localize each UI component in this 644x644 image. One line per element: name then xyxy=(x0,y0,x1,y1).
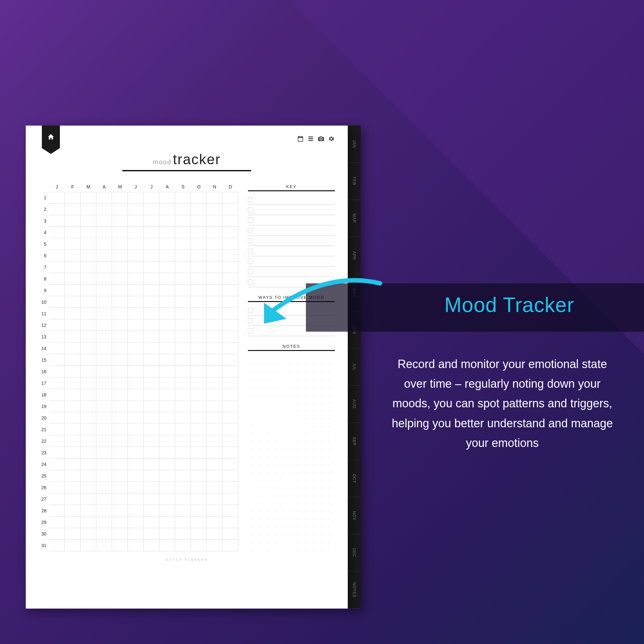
mood-cell[interactable] xyxy=(223,482,238,493)
mood-cell[interactable] xyxy=(49,215,65,227)
mood-cell[interactable] xyxy=(96,424,112,435)
mood-cell[interactable] xyxy=(175,505,191,516)
mood-cell[interactable] xyxy=(191,204,207,215)
mood-cell[interactable] xyxy=(144,493,159,505)
mood-cell[interactable] xyxy=(207,273,223,285)
mood-cell[interactable] xyxy=(128,505,144,516)
mood-cell[interactable] xyxy=(175,540,191,551)
mood-cell[interactable] xyxy=(191,192,207,204)
mood-cell[interactable] xyxy=(81,366,96,377)
mood-cell[interactable] xyxy=(223,528,238,540)
mood-cell[interactable] xyxy=(223,227,238,238)
mood-cell[interactable] xyxy=(96,250,112,261)
mood-cell[interactable] xyxy=(81,447,96,459)
mood-cell[interactable] xyxy=(81,296,96,308)
mood-cell[interactable] xyxy=(112,238,128,250)
mood-cell[interactable] xyxy=(49,285,65,296)
mood-cell[interactable] xyxy=(112,343,128,354)
mood-cell[interactable] xyxy=(112,366,128,377)
mood-cell[interactable] xyxy=(175,377,191,389)
mood-cell[interactable] xyxy=(223,377,238,389)
mood-cell[interactable] xyxy=(65,285,81,296)
mood-cell[interactable] xyxy=(96,493,112,505)
mood-cell[interactable] xyxy=(49,540,65,551)
mood-cell[interactable] xyxy=(65,354,81,366)
key-line[interactable] xyxy=(248,236,335,246)
mood-cell[interactable] xyxy=(128,516,144,528)
mood-cell[interactable] xyxy=(96,261,112,273)
mood-cell[interactable] xyxy=(49,401,65,412)
month-tab[interactable]: SEP xyxy=(348,423,361,460)
mood-cell[interactable] xyxy=(96,308,112,319)
mood-cell[interactable] xyxy=(223,412,238,424)
mood-cell[interactable] xyxy=(191,470,207,482)
mood-cell[interactable] xyxy=(191,459,207,470)
mood-cell[interactable] xyxy=(159,319,175,331)
mood-cell[interactable] xyxy=(81,470,96,482)
mood-cell[interactable] xyxy=(191,366,207,377)
mood-cell[interactable] xyxy=(144,308,159,319)
mood-cell[interactable] xyxy=(112,412,128,424)
mood-cell[interactable] xyxy=(175,308,191,319)
mood-cell[interactable] xyxy=(81,435,96,447)
mood-cell[interactable] xyxy=(128,343,144,354)
mood-cell[interactable] xyxy=(191,319,207,331)
mood-cell[interactable] xyxy=(207,308,223,319)
mood-cell[interactable] xyxy=(128,273,144,285)
mood-cell[interactable] xyxy=(223,192,238,204)
mood-cell[interactable] xyxy=(144,540,159,551)
mood-cell[interactable] xyxy=(207,227,223,238)
mood-cell[interactable] xyxy=(144,447,159,459)
mood-cell[interactable] xyxy=(223,273,238,285)
mood-cell[interactable] xyxy=(207,192,223,204)
mood-cell[interactable] xyxy=(144,261,159,273)
mood-cell[interactable] xyxy=(49,319,65,331)
mood-cell[interactable] xyxy=(191,273,207,285)
month-tab[interactable]: OCT xyxy=(348,460,361,497)
key-line[interactable] xyxy=(248,225,335,236)
mood-cell[interactable] xyxy=(175,389,191,401)
mood-cell[interactable] xyxy=(207,354,223,366)
mood-cell[interactable] xyxy=(96,227,112,238)
mood-cell[interactable] xyxy=(207,401,223,412)
mood-cell[interactable] xyxy=(191,343,207,354)
home-bookmark[interactable] xyxy=(42,126,60,148)
mood-cell[interactable] xyxy=(49,366,65,377)
mood-cell[interactable] xyxy=(175,227,191,238)
mood-cell[interactable] xyxy=(81,261,96,273)
mood-cell[interactable] xyxy=(128,389,144,401)
mood-cell[interactable] xyxy=(144,192,159,204)
mood-cell[interactable] xyxy=(207,505,223,516)
mood-cell[interactable] xyxy=(128,308,144,319)
mood-cell[interactable] xyxy=(144,238,159,250)
mood-cell[interactable] xyxy=(128,296,144,308)
mood-cell[interactable] xyxy=(112,192,128,204)
month-tab[interactable]: APR xyxy=(348,237,361,274)
mood-cell[interactable] xyxy=(49,493,65,505)
mood-cell[interactable] xyxy=(159,401,175,412)
mood-cell[interactable] xyxy=(144,319,159,331)
mood-cell[interactable] xyxy=(65,424,81,435)
calendar-icon[interactable] xyxy=(297,135,304,142)
mood-cell[interactable] xyxy=(49,470,65,482)
mood-cell[interactable] xyxy=(128,482,144,493)
mood-cell[interactable] xyxy=(112,459,128,470)
mood-cell[interactable] xyxy=(96,389,112,401)
mood-cell[interactable] xyxy=(65,261,81,273)
mood-cell[interactable] xyxy=(159,331,175,343)
mood-cell[interactable] xyxy=(175,273,191,285)
mood-cell[interactable] xyxy=(207,459,223,470)
mood-cell[interactable] xyxy=(223,447,238,459)
mood-cell[interactable] xyxy=(175,366,191,377)
mood-cell[interactable] xyxy=(49,435,65,447)
mood-cell[interactable] xyxy=(128,331,144,343)
notes-dotgrid[interactable] xyxy=(248,361,335,551)
mood-cell[interactable] xyxy=(49,516,65,528)
mood-cell[interactable] xyxy=(65,401,81,412)
mood-cell[interactable] xyxy=(65,308,81,319)
mood-cell[interactable] xyxy=(159,366,175,377)
mood-cell[interactable] xyxy=(191,389,207,401)
mood-cell[interactable] xyxy=(159,424,175,435)
mood-cell[interactable] xyxy=(175,250,191,261)
mood-cell[interactable] xyxy=(175,204,191,215)
